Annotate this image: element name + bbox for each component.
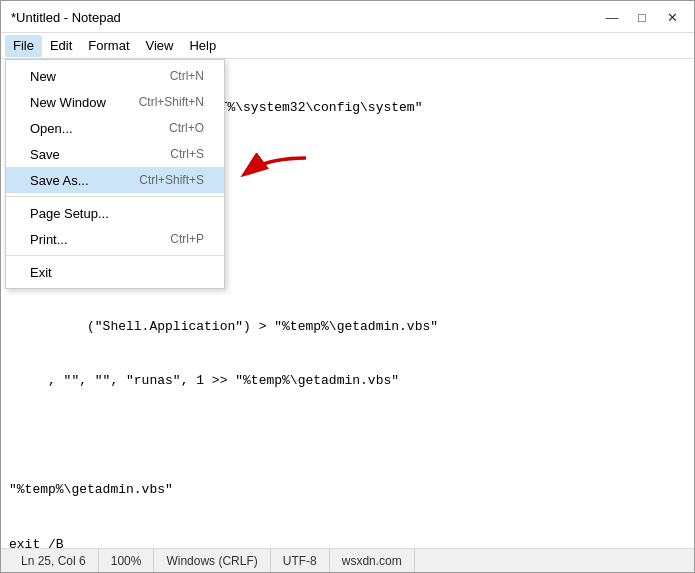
menu-help[interactable]: Help xyxy=(181,35,224,57)
menu-bar: File Edit Format View Help New Ctrl+N Ne… xyxy=(1,33,694,59)
menu-item-save-label: Save xyxy=(30,147,60,162)
title-bar: *Untitled - Notepad — □ ✕ xyxy=(1,1,694,33)
menu-item-exit[interactable]: Exit xyxy=(6,259,224,285)
menu-item-new-window-shortcut: Ctrl+Shift+N xyxy=(139,95,204,109)
window-title: *Untitled - Notepad xyxy=(11,10,121,25)
menu-item-new[interactable]: New Ctrl+N xyxy=(6,63,224,89)
menu-item-open-shortcut: Ctrl+O xyxy=(169,121,204,135)
editor-line: ("Shell.Application") > "%temp%\getadmin… xyxy=(9,318,686,336)
divider-1 xyxy=(6,196,224,197)
menu-item-new-window-label: New Window xyxy=(30,95,106,110)
status-position: Ln 25, Col 6 xyxy=(9,549,99,572)
menu-item-save-as-shortcut: Ctrl+Shift+S xyxy=(139,173,204,187)
save-as-arrow-indicator xyxy=(236,153,316,196)
menu-item-open-label: Open... xyxy=(30,121,73,136)
menu-item-save[interactable]: Save Ctrl+S xyxy=(6,141,224,167)
menu-item-page-setup[interactable]: Page Setup... xyxy=(6,200,224,226)
status-source: wsxdn.com xyxy=(330,549,415,572)
menu-item-exit-label: Exit xyxy=(30,265,52,280)
maximize-button[interactable]: □ xyxy=(628,7,656,29)
window-controls: — □ ✕ xyxy=(598,7,686,29)
menu-item-new-window[interactable]: New Window Ctrl+Shift+N xyxy=(6,89,224,115)
close-button[interactable]: ✕ xyxy=(658,7,686,29)
editor-line: , "", "", "runas", 1 >> "%temp%\getadmin… xyxy=(9,372,686,390)
editor-line xyxy=(9,427,686,445)
divider-2 xyxy=(6,255,224,256)
menu-item-new-label: New xyxy=(30,69,56,84)
menu-item-print-label: Print... xyxy=(30,232,68,247)
file-dropdown: New Ctrl+N New Window Ctrl+Shift+N Open.… xyxy=(5,59,225,289)
status-encoding: UTF-8 xyxy=(271,549,330,572)
status-line-ending: Windows (CRLF) xyxy=(154,549,270,572)
menu-item-save-as-label: Save As... xyxy=(30,173,89,188)
status-zoom: 100% xyxy=(99,549,155,572)
menu-item-save-shortcut: Ctrl+S xyxy=(170,147,204,161)
editor-line: exit /B xyxy=(9,536,686,548)
menu-item-save-as[interactable]: Save As... Ctrl+Shift+S xyxy=(6,167,224,193)
menu-item-print[interactable]: Print... Ctrl+P xyxy=(6,226,224,252)
editor-line: "%temp%\getadmin.vbs" xyxy=(9,481,686,499)
menu-file[interactable]: File xyxy=(5,35,42,57)
menu-item-page-setup-label: Page Setup... xyxy=(30,206,109,221)
menu-item-new-shortcut: Ctrl+N xyxy=(170,69,204,83)
menu-format[interactable]: Format xyxy=(80,35,137,57)
menu-edit[interactable]: Edit xyxy=(42,35,80,57)
notepad-window: *Untitled - Notepad — □ ✕ File Edit Form… xyxy=(0,0,695,573)
menu-view[interactable]: View xyxy=(138,35,182,57)
status-bar: Ln 25, Col 6 100% Windows (CRLF) UTF-8 w… xyxy=(1,548,694,572)
minimize-button[interactable]: — xyxy=(598,7,626,29)
menu-item-open[interactable]: Open... Ctrl+O xyxy=(6,115,224,141)
menu-item-print-shortcut: Ctrl+P xyxy=(170,232,204,246)
